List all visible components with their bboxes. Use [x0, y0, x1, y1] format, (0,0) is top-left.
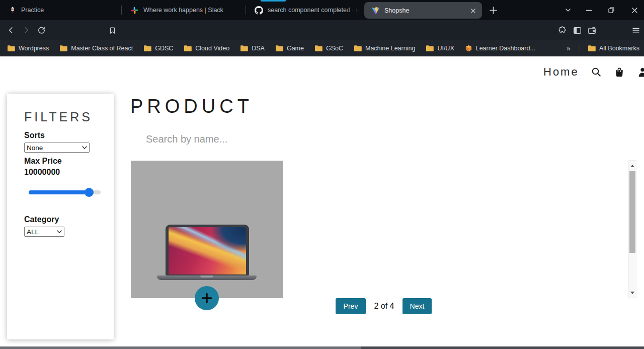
tab-github[interactable]: search component completed · univ [247, 0, 363, 20]
filters-panel: FILTERS Sorts None Max Price 10000000 Ca… [7, 94, 114, 339]
slack-icon [130, 6, 139, 15]
restore-button[interactable] [605, 4, 618, 16]
bookmark-folder-gsoc[interactable]: GSoC [314, 45, 343, 52]
close-tab-icon[interactable] [469, 7, 477, 15]
product-list-scrollbar[interactable] [628, 160, 636, 298]
horizontal-scrollbar-thumb[interactable] [0, 346, 361, 349]
plus-icon [201, 292, 213, 304]
bookmarks-overflow-chevron[interactable]: » [567, 40, 571, 56]
user-account-icon[interactable] [636, 66, 644, 78]
bookmark-folder-wordpress[interactable]: Wordpress [7, 45, 49, 52]
scroll-up-arrow[interactable] [629, 162, 636, 170]
next-page-button[interactable]: Next [403, 298, 432, 314]
bookmark-folder-cloud-video[interactable]: Cloud Video [184, 45, 229, 52]
max-price-value: 10000000 [24, 168, 60, 177]
bookmarks-bar: Wordpress Master Class of React GDSC Clo… [0, 40, 644, 56]
webpage-content: Home FILTERS Sorts None [0, 56, 644, 349]
tab-title: Where work happens | Slack [143, 7, 223, 14]
slider-thumb[interactable] [85, 188, 94, 197]
tab-practice[interactable]: Practice [0, 0, 121, 20]
site-header-nav: Home [543, 65, 644, 79]
search-icon[interactable] [590, 66, 602, 78]
minimize-button[interactable] [582, 4, 595, 16]
macbook-wallpaper [169, 227, 246, 274]
folder-icon [7, 45, 15, 52]
bookmark-folder-ui-ux[interactable]: UI/UX [426, 45, 454, 52]
category-label: Category [24, 215, 59, 224]
tab-bar: Practice Where work happens | Slack sear… [0, 0, 644, 20]
folder-icon [588, 45, 596, 52]
folder-icon [426, 45, 434, 52]
rocket-icon [8, 6, 17, 15]
sidebar-icon[interactable] [572, 25, 583, 36]
tab-loading-indicator [261, 0, 286, 2]
shopping-bag-icon[interactable] [613, 66, 625, 78]
folder-icon [354, 45, 362, 52]
pagination: Prev 2 of 4 Next [336, 298, 432, 314]
back-button[interactable] [6, 25, 17, 36]
tab-title: Shopshe [384, 7, 409, 14]
scrollbar-thumb[interactable] [629, 171, 635, 253]
bookmark-learner-dashboard[interactable]: Learner Dashboard... [465, 45, 535, 52]
macbook-base [157, 275, 257, 280]
macbook-notch [200, 275, 213, 277]
bookmark-icon[interactable] [107, 25, 118, 36]
tab-title-fade [343, 0, 363, 20]
forward-button[interactable] [21, 25, 32, 36]
sorts-select[interactable]: None [24, 143, 90, 153]
reload-button[interactable] [36, 25, 47, 36]
bookmark-folder-game[interactable]: Game [275, 45, 304, 52]
wallet-icon[interactable] [586, 25, 597, 36]
add-to-cart-button[interactable] [195, 286, 219, 310]
tab-separator [246, 6, 246, 15]
folder-icon [314, 45, 323, 52]
tab-title: Practice [21, 7, 44, 14]
scroll-down-arrow[interactable] [629, 289, 636, 297]
all-bookmarks-button[interactable]: All Bookmarks [588, 40, 639, 56]
navigation-bar: localhost:5173/search [0, 20, 644, 40]
bookmarks-separator [580, 44, 580, 53]
cube-icon [465, 45, 472, 52]
folder-icon [59, 45, 67, 52]
product-card[interactable] [131, 161, 283, 298]
search-input[interactable] [146, 131, 332, 147]
prev-page-button[interactable]: Prev [336, 298, 366, 314]
max-price-label: Max Price [24, 157, 62, 166]
browser-window: Practice Where work happens | Slack sear… [0, 0, 644, 349]
tab-slack[interactable]: Where work happens | Slack [122, 0, 245, 20]
page-title: PRODUCT [130, 96, 253, 117]
bookmark-folder-dsa[interactable]: DSA [240, 45, 265, 52]
bookmark-folder-master-class-of-react[interactable]: Master Class of React [59, 45, 133, 52]
github-icon [255, 6, 263, 15]
filters-title: FILTERS [24, 110, 93, 124]
folder-icon [240, 45, 248, 52]
slider-fill [29, 190, 89, 194]
new-tab-button[interactable] [487, 4, 499, 16]
sorts-label: Sorts [24, 131, 45, 140]
bookmark-folder-gdsc[interactable]: GDSC [143, 45, 173, 52]
product-image-macbook [166, 225, 249, 275]
folder-icon [143, 45, 151, 52]
page-status: 2 of 4 [366, 302, 403, 311]
menu-hamburger-icon[interactable] [630, 25, 641, 36]
tab-search-chevron-icon[interactable] [561, 4, 575, 16]
extensions-icon[interactable] [556, 25, 568, 36]
horizontal-scrollbar[interactable] [0, 346, 644, 349]
home-link[interactable]: Home [543, 65, 579, 79]
max-price-slider[interactable] [29, 188, 101, 197]
tab-shopshe-active[interactable]: Shopshe [364, 2, 482, 19]
category-select[interactable]: ALL [24, 227, 64, 237]
vite-icon [371, 6, 380, 15]
folder-icon [184, 45, 192, 52]
folder-icon [275, 45, 283, 52]
close-window-button[interactable] [628, 4, 641, 16]
tab-separator [121, 6, 122, 15]
bookmark-folder-machine-learning[interactable]: Machine Learning [354, 45, 415, 52]
